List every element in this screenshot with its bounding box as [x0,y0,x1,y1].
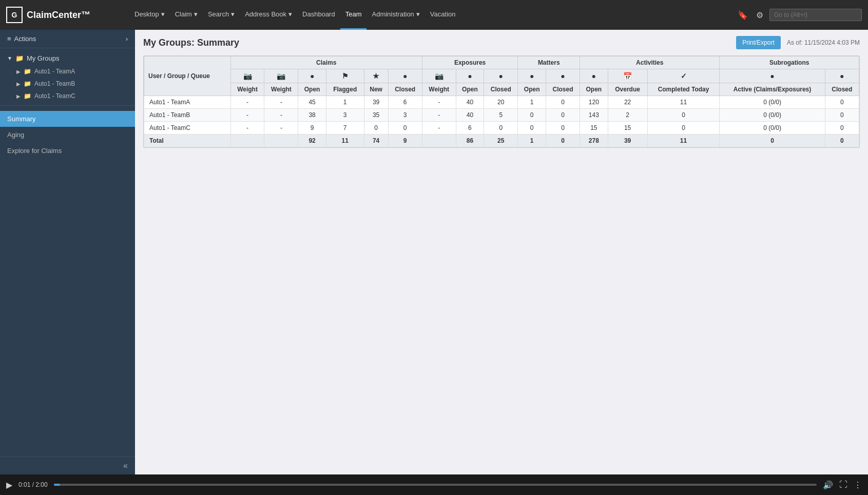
cell-flagged: 7 [326,122,364,135]
cell-closed: 6 [388,96,422,109]
sidebar-nav-aging[interactable]: Aging [0,127,135,143]
nav-search[interactable]: Search ▾ [203,0,240,30]
sidebar-item-teamB[interactable]: ▶ 📁 Auto1 - TeamB [0,78,135,90]
col-mat-open: Open [518,83,546,96]
table-row: Auto1 - TeamC - - 9 7 0 0 - 6 0 0 0 15 1… [144,122,859,135]
subrogations-icon-black-circle: ● [825,69,859,83]
col-act-overdue: Overdue [608,83,647,96]
nav-desktop[interactable]: Desktop ▾ [129,0,170,30]
volume-icon[interactable]: 🔊 [823,480,833,490]
claims-icon-camera: 📷 [230,69,264,83]
nav-vacation[interactable]: Vacation [425,0,461,30]
sidebar-nav-explore-label: Explore for Claims [7,147,62,155]
fullscreen-icon[interactable]: ⛶ [839,480,847,489]
my-groups-label: My Groups [27,54,60,62]
chevron-down-icon: ▾ [161,10,165,18]
sidebar-item-teamA[interactable]: ▶ 📁 Auto1 - TeamA [0,65,135,78]
video-bar: ▶ 0:01 / 2:00 🔊 ⛶ ⋮ [0,474,868,495]
cell-name[interactable]: Auto1 - TeamA [144,96,231,109]
col-act-open: Open [580,83,608,96]
exposures-icon-black-circle: ● [484,69,518,83]
chevron-right-icon: ▶ [16,69,21,74]
cell-mat-closed: 0 [546,122,580,135]
col-weight1: Weight [230,83,264,96]
folder-icon: 📁 [24,92,31,100]
page-header: My Groups: Summary Print/Export As of: 1… [143,36,860,49]
cell-name[interactable]: Auto1 - TeamC [144,122,231,135]
col-weight2: Weight [264,83,298,96]
chevron-right-icon: ▶ [16,81,21,87]
cell-weight1: - [230,96,264,109]
nav-menu: Desktop ▾ Claim ▾ Search ▾ Address Book … [129,0,736,30]
cell-exp-closed: 5 [484,109,518,122]
cell-new: 35 [364,109,388,122]
folder-icon: 📁 [24,68,31,75]
cell-total-act-open: 278 [580,135,608,147]
cell-total-weight3 [422,135,456,147]
cell-new: 0 [364,122,388,135]
actions-button[interactable]: ≡ Actions › [0,30,135,48]
cell-weight1: - [230,109,264,122]
my-groups-header[interactable]: ▼ 📁 My Groups [0,51,135,65]
logo-icon: G [6,7,23,23]
col-open: Open [298,83,326,96]
claims-icon-camera2: 📷 [264,69,298,83]
col-new: New [364,83,388,96]
logo-text: ClaimCenter™ [27,10,90,21]
cell-weight3: - [422,96,456,109]
cell-total-closed: 9 [388,135,422,147]
cell-weight2: - [264,109,298,122]
cell-flagged: 1 [326,96,364,109]
folder-icon: 📁 [24,80,31,87]
more-options-icon[interactable]: ⋮ [854,480,862,490]
nav-administration[interactable]: Administration ▾ [367,0,425,30]
sidebar-nav-summary-label: Summary [7,115,36,123]
table-row: Auto1 - TeamA - - 45 1 39 6 - 40 20 1 0 … [144,96,859,109]
video-time: 0:01 / 2:00 [18,481,48,488]
activities-icon-blue-circle: ● [580,69,608,83]
cell-closed: 0 [388,122,422,135]
sidebar-nav-summary[interactable]: Summary [0,111,135,127]
nav-address-book[interactable]: Address Book ▾ [240,0,297,30]
cell-open: 9 [298,122,326,135]
cell-weight1: - [230,122,264,135]
sidebar-collapse-button[interactable]: « [0,456,135,474]
sidebar-nav-aging-label: Aging [7,131,24,139]
nav-team[interactable]: Team [340,0,367,30]
bookmark-icon[interactable]: 🔖 [736,8,750,22]
nav-dashboard[interactable]: Dashboard [297,0,340,30]
my-groups-section: ▼ 📁 My Groups ▶ 📁 Auto1 - TeamA ▶ 📁 Auto… [0,48,135,105]
print-export-button[interactable]: Print/Export [736,36,781,49]
actions-label: Actions [14,35,36,43]
cell-sub-active: 0 (0/0) [720,122,825,135]
claims-icon-blue-circle: ● [298,69,326,83]
play-button[interactable]: ▶ [6,480,12,490]
content-area: My Groups: Summary Print/Export As of: 1… [135,30,868,474]
tree-item-label: Auto1 - TeamA [34,68,75,75]
video-progress-bar[interactable] [54,484,817,486]
sidebar-nav-explore[interactable]: Explore for Claims [0,143,135,159]
cell-total-act-overdue: 39 [608,135,647,147]
page-header-right: Print/Export As of: 11/15/2024 4:03 PM [736,36,860,49]
cell-exp-open: 6 [456,122,484,135]
cell-name[interactable]: Auto1 - TeamB [144,109,231,122]
table-row: Auto1 - TeamB - - 38 3 35 3 - 40 5 0 0 1… [144,109,859,122]
cell-closed: 3 [388,109,422,122]
global-search-input[interactable] [769,9,862,21]
main-layout: ≡ Actions › ▼ 📁 My Groups ▶ 📁 Auto1 - Te… [0,30,868,474]
sidebar-item-teamC[interactable]: ▶ 📁 Auto1 - TeamC [0,90,135,102]
tree-item-label: Auto1 - TeamC [34,92,75,100]
sidebar-nav: Summary Aging Explore for Claims [0,105,135,164]
cell-act-overdue: 22 [608,96,647,109]
cell-new: 39 [364,96,388,109]
cell-act-open: 120 [580,96,608,109]
cell-mat-open: 0 [518,109,546,122]
chevron-down-icon: ▾ [288,10,292,18]
col-activities-group: Activities [580,56,720,69]
col-mat-closed: Closed [546,83,580,96]
sidebar: ≡ Actions › ▼ 📁 My Groups ▶ 📁 Auto1 - Te… [0,30,135,474]
nav-claim[interactable]: Claim ▾ [170,0,203,30]
cell-weight2: - [264,122,298,135]
cell-act-overdue: 2 [608,109,647,122]
gear-icon[interactable]: ⚙ [754,8,765,22]
